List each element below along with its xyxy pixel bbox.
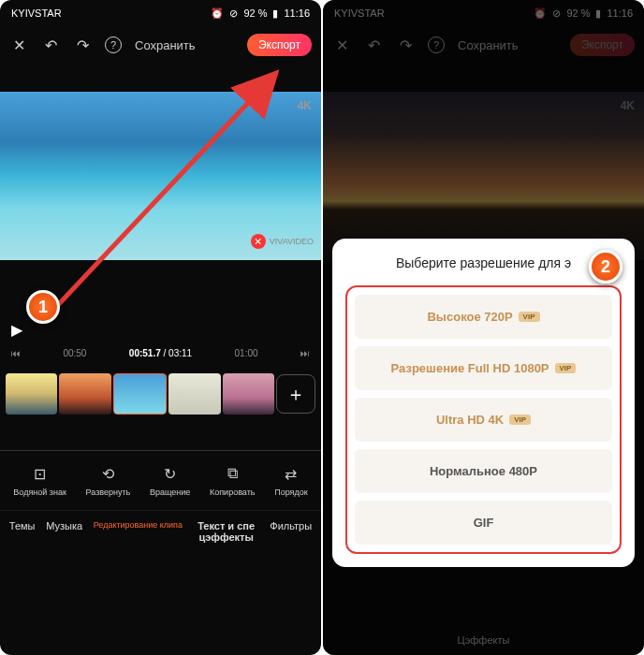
add-clip-button[interactable]: ＋ bbox=[276, 374, 315, 414]
resolution-720p[interactable]: Высокое 720PVIP bbox=[355, 295, 612, 339]
tool-order[interactable]: ⇄Порядок bbox=[274, 464, 307, 497]
clip-thumbnail[interactable] bbox=[6, 373, 57, 415]
tool-expand[interactable]: ⟲Развернуть bbox=[86, 464, 131, 497]
tool-rotate[interactable]: ↻Вращение bbox=[150, 464, 190, 497]
callout-step-1: 1 bbox=[26, 290, 60, 324]
resolution-480p[interactable]: Нормальное 480P bbox=[355, 449, 612, 493]
expand-icon: ⟲ bbox=[98, 464, 117, 483]
tool-copy[interactable]: ⧉Копировать bbox=[210, 464, 255, 497]
watermark-tool-icon: ⊡ bbox=[31, 464, 50, 483]
alarm-icon: ⏰ bbox=[211, 7, 224, 20]
watermark-text: VIVAVIDEO bbox=[270, 237, 314, 246]
screen-editor: KYIVSTAR ⏰ ⊘ 92 % ▮ 11:16 ✕ ↶ ↷ ? Сохран… bbox=[0, 0, 321, 655]
remove-watermark-icon[interactable]: ✕ bbox=[251, 234, 266, 249]
app-bar: ✕ ↶ ↷ ? Сохранить Экспорт bbox=[0, 26, 321, 64]
vip-badge: VIP bbox=[509, 415, 531, 425]
skip-end-icon[interactable]: ⏭ bbox=[300, 348, 310, 358]
battery-label: 92 % bbox=[243, 7, 267, 19]
rotate-icon: ↻ bbox=[161, 464, 180, 483]
time-end: 01:00 bbox=[235, 348, 258, 358]
dnd-icon: ⊘ bbox=[229, 7, 238, 20]
callout-step-2: 2 bbox=[589, 250, 622, 284]
clip-thumbnail[interactable] bbox=[223, 373, 274, 415]
skip-start-icon[interactable]: ⏮ bbox=[11, 348, 21, 358]
time-label: 11:16 bbox=[284, 7, 310, 19]
tab-themes[interactable]: Темы bbox=[9, 520, 36, 543]
help-icon[interactable]: ? bbox=[105, 36, 122, 53]
video-preview[interactable]: 4K ✕ VIVAVIDEO bbox=[0, 92, 321, 260]
badge-4k: 4K bbox=[298, 99, 312, 112]
resolution-4k[interactable]: Ultra HD 4KVIP bbox=[355, 398, 612, 442]
save-button[interactable]: Сохранить bbox=[135, 38, 196, 52]
clip-thumbnail-selected[interactable] bbox=[113, 373, 167, 415]
screen-export-dialog: KYIVSTAR ⏰ ⊘ 92 % ▮ 11:16 ✕ ↶ ↷ ? Сохран… bbox=[323, 0, 644, 655]
close-icon[interactable]: ✕ bbox=[9, 36, 28, 54]
tool-watermark[interactable]: ⊡Водяной знак bbox=[13, 464, 66, 497]
tab-music[interactable]: Музыка bbox=[46, 520, 82, 543]
tab-effects-dimmed: Цэффекты bbox=[323, 634, 644, 646]
play-icon[interactable]: ▶ bbox=[11, 321, 22, 339]
resolution-modal: Выберите разрешение для э Высокое 720PVI… bbox=[332, 239, 635, 567]
tab-editing[interactable]: Редактирование клипа bbox=[94, 520, 183, 543]
resolution-gif[interactable]: GIF bbox=[355, 501, 612, 545]
timeline-info: ⏮ 00:50 00:51.7 / 03:11 01:00 ⏭ bbox=[0, 348, 321, 358]
status-bar: KYIVSTAR ⏰ ⊘ 92 % ▮ 11:16 bbox=[0, 0, 321, 26]
undo-icon[interactable]: ↶ bbox=[41, 36, 60, 54]
vip-badge: VIP bbox=[555, 363, 577, 373]
redo-icon[interactable]: ↷ bbox=[73, 36, 92, 54]
carrier-label: KYIVSTAR bbox=[11, 7, 62, 19]
tab-row: Темы Музыка Редактирование клипа Текст и… bbox=[0, 510, 321, 552]
export-button[interactable]: Экспорт bbox=[247, 34, 312, 56]
clip-thumbnail[interactable] bbox=[168, 373, 220, 415]
divider bbox=[0, 450, 321, 451]
resolution-options: Высокое 720PVIP Разрешение Full HD 1080P… bbox=[345, 285, 622, 554]
resolution-1080p[interactable]: Разрешение Full HD 1080PVIP bbox=[355, 346, 612, 390]
time-start: 00:50 bbox=[63, 348, 86, 358]
watermark[interactable]: ✕ VIVAVIDEO bbox=[251, 234, 314, 249]
timeline-strip[interactable]: ＋ bbox=[0, 366, 321, 422]
battery-icon: ▮ bbox=[272, 7, 278, 20]
clip-thumbnail[interactable] bbox=[59, 373, 110, 415]
video-preview-area: 4K ✕ VIVAVIDEO bbox=[0, 92, 321, 279]
tool-row: ⊡Водяной знак ⟲Развернуть ↻Вращение ⧉Коп… bbox=[0, 464, 321, 510]
modal-title: Выберите разрешение для э bbox=[345, 255, 622, 270]
tab-text[interactable]: Текст и спе цэффекты bbox=[194, 520, 259, 543]
tab-filters[interactable]: Фильтры bbox=[270, 520, 312, 543]
copy-icon: ⧉ bbox=[223, 464, 242, 483]
order-icon: ⇄ bbox=[282, 464, 300, 483]
vip-badge: VIP bbox=[519, 312, 540, 322]
time-display: 00:51.7 / 03:11 bbox=[129, 348, 192, 358]
